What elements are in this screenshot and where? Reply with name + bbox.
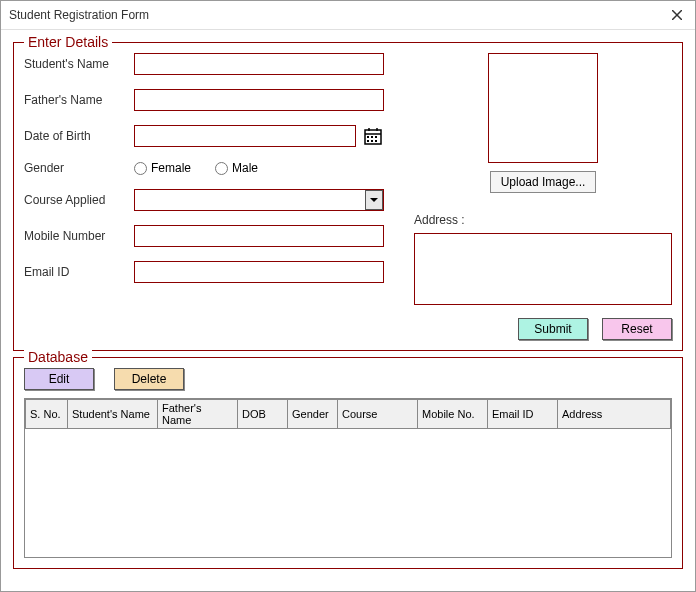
male-text: Male <box>232 161 258 175</box>
details-right-column: Upload Image... Address : <box>384 53 672 308</box>
details-left-column: Student's Name Father's Name Date of Bir… <box>24 53 384 308</box>
photo-preview <box>488 53 598 163</box>
student-name-input[interactable] <box>134 53 384 75</box>
reset-button[interactable]: Reset <box>602 318 672 340</box>
calendar-icon <box>364 127 382 145</box>
dob-label: Date of Birth <box>24 129 134 143</box>
col-dob[interactable]: DOB <box>238 400 288 429</box>
dob-input[interactable] <box>134 125 356 147</box>
chevron-down-icon <box>370 196 378 204</box>
svg-marker-12 <box>370 198 378 202</box>
svg-rect-7 <box>371 136 373 138</box>
client-area: Enter Details Student's Name Father's Na… <box>1 30 695 579</box>
mobile-label: Mobile Number <box>24 229 134 243</box>
calendar-button[interactable] <box>362 125 384 147</box>
col-address[interactable]: Address <box>558 400 671 429</box>
svg-rect-6 <box>367 136 369 138</box>
email-input[interactable] <box>134 261 384 283</box>
male-radio[interactable] <box>215 162 228 175</box>
close-button[interactable] <box>667 5 687 25</box>
svg-rect-9 <box>367 140 369 142</box>
gender-label: Gender <box>24 161 134 175</box>
database-grid[interactable]: S. No. Student's Name Father's Name DOB … <box>24 398 672 558</box>
enter-details-legend: Enter Details <box>24 34 112 50</box>
male-radio-label[interactable]: Male <box>215 161 258 175</box>
delete-button[interactable]: Delete <box>114 368 184 390</box>
enter-details-group: Enter Details Student's Name Father's Na… <box>13 42 683 351</box>
col-mobile[interactable]: Mobile No. <box>418 400 488 429</box>
student-name-label: Student's Name <box>24 57 134 71</box>
course-dropdown-button[interactable] <box>365 190 383 210</box>
father-name-input[interactable] <box>134 89 384 111</box>
father-name-label: Father's Name <box>24 93 134 107</box>
upload-image-button[interactable]: Upload Image... <box>490 171 597 193</box>
mobile-input[interactable] <box>134 225 384 247</box>
submit-button[interactable]: Submit <box>518 318 588 340</box>
email-label: Email ID <box>24 265 134 279</box>
svg-rect-10 <box>371 140 373 142</box>
address-label: Address : <box>414 213 672 227</box>
close-icon <box>672 10 682 20</box>
female-text: Female <box>151 161 191 175</box>
titlebar: Student Registration Form <box>1 1 695 30</box>
window-title: Student Registration Form <box>9 8 149 22</box>
svg-rect-8 <box>375 136 377 138</box>
svg-rect-11 <box>375 140 377 142</box>
col-gender[interactable]: Gender <box>288 400 338 429</box>
database-group: Database Edit Delete S. No. Student's Na… <box>13 357 683 569</box>
col-student-name[interactable]: Student's Name <box>68 400 158 429</box>
female-radio-label[interactable]: Female <box>134 161 191 175</box>
col-father-name[interactable]: Father's Name <box>158 400 238 429</box>
edit-button[interactable]: Edit <box>24 368 94 390</box>
database-legend: Database <box>24 349 92 365</box>
address-input[interactable] <box>414 233 672 305</box>
col-sno[interactable]: S. No. <box>26 400 68 429</box>
col-email[interactable]: Email ID <box>488 400 558 429</box>
course-label: Course Applied <box>24 193 134 207</box>
window: Student Registration Form Enter Details … <box>0 0 696 592</box>
female-radio[interactable] <box>134 162 147 175</box>
course-combo[interactable] <box>134 189 384 211</box>
col-course[interactable]: Course <box>338 400 418 429</box>
